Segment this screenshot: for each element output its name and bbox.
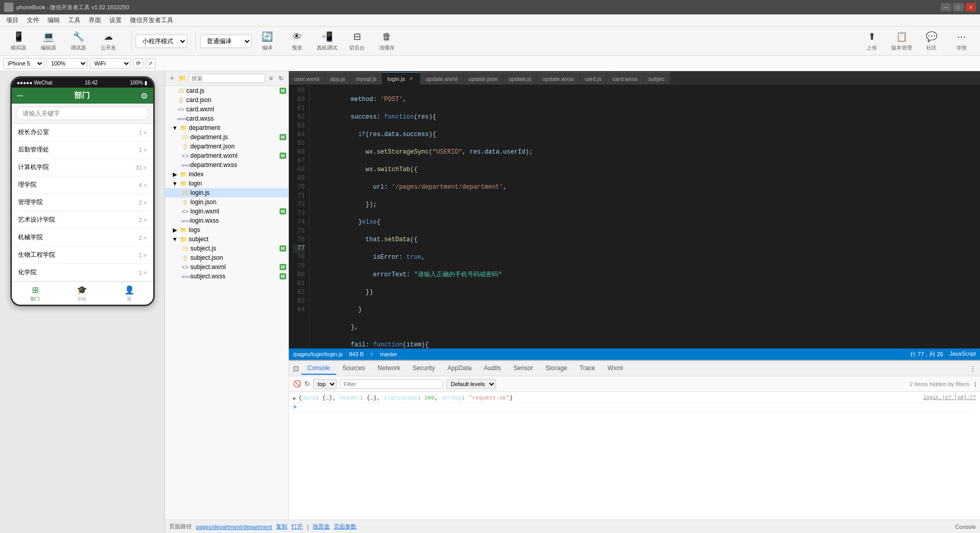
devtools-tab-console[interactable]: Console (301, 362, 336, 375)
list-item[interactable]: 校长办公室 1> (12, 124, 153, 141)
tab-login-js[interactable]: login.js ✕ (382, 72, 420, 85)
expand-arrow[interactable]: ▶ (293, 395, 297, 402)
file-item-subject-json[interactable]: {} subject.json (165, 253, 288, 262)
file-item-subject-js[interactable]: JS subject.js M (165, 244, 288, 253)
filter-toggle-icon[interactable]: | (974, 381, 976, 387)
console-file-link[interactable]: login.js? [sm]:77 (923, 395, 976, 401)
file-item-card-wxss[interactable]: wxss card.wxss (165, 114, 288, 123)
network-select[interactable]: WiFi (90, 58, 131, 69)
upload-button[interactable]: ⬆ 上传 (857, 29, 886, 54)
file-item-login-wxss[interactable]: wxss login.wxss (165, 216, 288, 225)
folder-item-login[interactable]: ▼ 📁 login (165, 179, 288, 188)
file-item-subject-wxml[interactable]: <> subject.wxml M (165, 262, 288, 272)
folder-item-department[interactable]: ▼ 📁 department (165, 123, 288, 132)
menu-interface[interactable]: 界面 (85, 15, 105, 26)
collapse-all-button[interactable]: ≡ (267, 73, 275, 84)
version-button[interactable]: 📋 版本管理 (887, 29, 916, 54)
menu-project[interactable]: 项目 (2, 15, 23, 26)
tab-card-wxss[interactable]: card.wxss (607, 72, 643, 85)
phone-nav-subject[interactable]: 🎓 学科 (59, 282, 106, 305)
devtools-tab-sources[interactable]: Sources (336, 362, 371, 375)
refresh-button[interactable]: ↻ (277, 73, 285, 84)
devtools-tab-audits[interactable]: Audits (478, 362, 507, 375)
editor-button[interactable]: 💻 编辑器 (34, 29, 63, 54)
simulator-button[interactable]: 📱 模拟器 (4, 29, 33, 54)
tab-app-js[interactable]: app.js (325, 72, 351, 85)
zoom-select[interactable]: 100% (46, 58, 88, 69)
list-item[interactable]: 管理学院 2> (12, 194, 153, 211)
real-test-button[interactable]: 📲 真机调试 (313, 29, 341, 54)
code-content[interactable]: method: 'POST', success: function(res){ … (309, 85, 980, 348)
cut-button[interactable]: ⊟ 切后台 (342, 29, 371, 54)
list-item[interactable]: 计算机学院 31> (12, 159, 153, 176)
file-item-dept-wxss[interactable]: wxss department.wxss (165, 160, 288, 170)
devtools-tab-wxml[interactable]: Wxml (601, 362, 629, 375)
minimize-button[interactable]: ─ (941, 3, 951, 11)
devtools-tab-storage[interactable]: Storage (540, 362, 574, 375)
file-item-card-json[interactable]: {} card.json (165, 95, 288, 105)
tab-user-wxml[interactable]: user.wxml (289, 72, 325, 85)
mode-select[interactable]: 小程序模式 (136, 35, 187, 48)
log-level-select[interactable]: Default levels (446, 379, 496, 389)
filter-input[interactable] (340, 379, 443, 389)
list-item[interactable]: 艺术设计学院 2> (12, 211, 153, 229)
tab-card-js[interactable]: card.js (580, 72, 607, 85)
devtools-tab-security[interactable]: Security (406, 362, 441, 375)
devtools-tab-trace[interactable]: Trace (574, 362, 601, 375)
devtools-panel-icon[interactable]: ⊡ (293, 364, 299, 373)
devtools-tab-sensor[interactable]: Sensor (508, 362, 540, 375)
devtools-tab-appdata[interactable]: AppData (441, 362, 478, 375)
file-item-login-json[interactable]: {} login.json (165, 197, 288, 207)
open-button[interactable]: 打开 (291, 523, 303, 530)
folder-item-subject[interactable]: ▼ 📁 subject (165, 235, 288, 244)
list-item[interactable]: 后勤管理处 1> (12, 141, 153, 159)
copy-button[interactable]: 复制 (276, 523, 287, 530)
cloud-button[interactable]: ☁ 云开发 (94, 29, 123, 54)
tab-update-json[interactable]: update.json (463, 72, 503, 85)
file-item-login-wxml[interactable]: <> login.wxml M (165, 207, 288, 216)
details-button[interactable]: ⋯ 详情 (947, 29, 976, 54)
file-item-dept-wxml[interactable]: <> department.wxml M (165, 151, 288, 160)
maximize-button[interactable]: □ (953, 3, 963, 11)
add-file-button[interactable]: + (168, 73, 176, 84)
phone-nav-dept[interactable]: ⊞ 部门 (12, 282, 59, 305)
list-item[interactable]: 化学院 1> (12, 264, 153, 281)
menu-edit[interactable]: 编辑 (43, 15, 64, 26)
folder-item-index[interactable]: ▶ 📁 index (165, 170, 288, 179)
file-item-card-js[interactable]: JS card.js M (165, 86, 288, 95)
file-item-card-wxml[interactable]: <> card.wxml (165, 105, 288, 114)
tab-subjec[interactable]: subjec (643, 72, 671, 85)
device-select[interactable]: iPhone 5 (3, 58, 44, 69)
file-item-dept-js[interactable]: JS department.js M (165, 132, 288, 142)
phone-search-input[interactable] (16, 107, 149, 120)
menu-file[interactable]: 文件 (23, 15, 43, 26)
phone-nav-me[interactable]: 👤 我 (106, 282, 153, 305)
folder-item-logs[interactable]: ▶ 📁 logs (165, 225, 288, 235)
file-item-subject-wxss[interactable]: wxss subject.wxss M (165, 272, 288, 281)
file-item-dept-json[interactable]: {} department.json (165, 142, 288, 151)
tab-mysql-js[interactable]: mysql.js (351, 72, 382, 85)
tab-close-icon[interactable]: ✕ (407, 75, 415, 82)
console-refresh-icon[interactable]: ↻ (304, 380, 310, 388)
close-button[interactable]: ✕ (966, 3, 976, 11)
compile-select[interactable]: 普通编译 (200, 35, 252, 48)
context-select[interactable]: top (313, 379, 337, 389)
path-value[interactable]: pages/department/department (196, 524, 272, 530)
scene-value-link[interactable]: 场景值 (313, 523, 330, 530)
page-params-link[interactable]: 页面参数 (334, 523, 356, 530)
list-item[interactable]: 生物工程学院 1> (12, 246, 153, 264)
preview-button[interactable]: 👁 预览 (283, 29, 312, 54)
rotate-button[interactable]: ⟳ (133, 58, 143, 69)
file-item-login-js[interactable]: JS login.js (165, 188, 288, 197)
compile-button[interactable]: 🔄 编译 (253, 29, 282, 54)
tab-update-js[interactable]: update.js (503, 72, 537, 85)
community-button[interactable]: 💬 社区 (917, 29, 946, 54)
menu-settings[interactable]: 设置 (105, 15, 126, 26)
add-folder-button[interactable]: 📁 (178, 73, 187, 84)
tab-update-wxss[interactable]: update.wxss (537, 72, 580, 85)
list-item[interactable]: 理学院 4> (12, 176, 153, 194)
file-search-input[interactable] (189, 74, 265, 83)
tab-update-wxml[interactable]: update.wxml (420, 72, 463, 85)
menu-wechat[interactable]: 微信开发者工具 (126, 15, 177, 26)
list-item[interactable]: 机械学院 2> (12, 229, 153, 246)
